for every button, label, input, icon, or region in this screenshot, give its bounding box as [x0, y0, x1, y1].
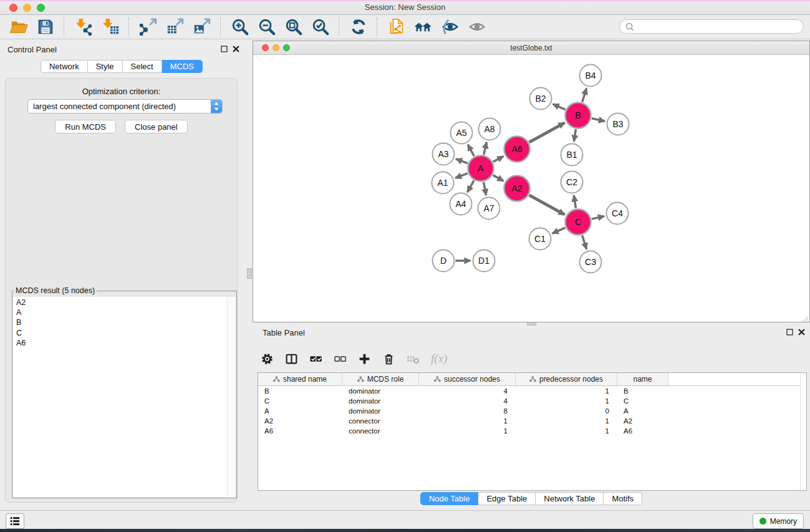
memory-button[interactable]: Memory — [753, 513, 804, 529]
table-cell[interactable]: A2 — [258, 416, 342, 426]
select-all-button[interactable] — [309, 352, 322, 365]
panel-list-button[interactable] — [6, 513, 24, 529]
graph-node-A7[interactable]: A7 — [478, 198, 500, 220]
graph-edge-B-B2[interactable] — [553, 104, 566, 110]
table-cell[interactable]: dominator — [342, 386, 419, 396]
tab-edge-table[interactable]: Edge Table — [478, 492, 536, 505]
scrollbar-track[interactable] — [227, 297, 236, 497]
mcds-result-item[interactable]: A2 — [16, 297, 233, 307]
graph-node-C1[interactable]: C1 — [529, 228, 551, 250]
table-cell[interactable]: C — [258, 396, 342, 406]
delete-row-button[interactable] — [382, 352, 395, 365]
tab-network[interactable]: Network — [41, 60, 88, 73]
tab-style[interactable]: Style — [88, 60, 123, 73]
tab-mcds[interactable]: MCDS — [162, 60, 203, 73]
export-network-button[interactable] — [135, 16, 162, 37]
tab-select[interactable]: Select — [123, 60, 162, 73]
table-cell[interactable]: A6 — [617, 426, 668, 436]
table-cell[interactable]: 1 — [516, 416, 617, 426]
graph-edge-C-C4[interactable] — [592, 216, 604, 219]
table-cell[interactable]: dominator — [342, 406, 419, 416]
tab-motifs[interactable]: Motifs — [604, 492, 642, 505]
graph-edge-C-C3[interactable] — [582, 235, 587, 249]
graph-node-D[interactable]: D — [433, 250, 455, 272]
graph-node-A[interactable]: A — [468, 156, 494, 181]
graph-edge-A6-B[interactable] — [529, 123, 565, 142]
graph-edge-A-A5[interactable] — [468, 145, 474, 156]
table-cell[interactable]: 1 — [516, 386, 617, 396]
column-header-mcds-role[interactable]: MCDS role — [342, 373, 419, 385]
run-mcds-button[interactable]: Run MCDS — [55, 120, 116, 133]
graph-edge-C-C2[interactable] — [574, 195, 576, 208]
table-cell[interactable]: 1 — [419, 416, 516, 426]
graph-node-B1[interactable]: B1 — [561, 144, 583, 166]
columns-button[interactable] — [284, 352, 298, 365]
graph-edge-A-A4[interactable] — [468, 181, 474, 193]
new-network-button[interactable] — [383, 16, 410, 37]
mcds-result-item[interactable]: A — [16, 307, 233, 317]
close-panel-icon[interactable] — [233, 46, 239, 52]
graph-edge-A-A8[interactable] — [484, 142, 486, 155]
column-header-successor-nodes[interactable]: successor nodes — [419, 373, 516, 385]
scrollbar-track[interactable] — [800, 373, 806, 490]
column-header-shared-name[interactable]: shared name — [258, 373, 342, 385]
table-row[interactable]: A6connector11A6 — [258, 426, 806, 436]
table-cell[interactable]: 0 — [516, 406, 617, 416]
close-panel-button[interactable]: Close panel — [125, 120, 188, 133]
zoom-in-button[interactable] — [226, 16, 253, 37]
table-cell[interactable]: 1 — [516, 396, 617, 406]
graph-node-D1[interactable]: D1 — [473, 250, 495, 272]
table-cell[interactable]: 1 — [419, 426, 516, 436]
home-button[interactable] — [410, 16, 436, 37]
float-panel-icon[interactable] — [221, 46, 228, 52]
window-resize-grip[interactable] — [801, 314, 809, 321]
refresh-button[interactable] — [345, 16, 372, 37]
graph-edge-B-B4[interactable] — [582, 89, 587, 102]
tab-node-table[interactable]: Node Table — [420, 492, 479, 505]
graph-node-A1[interactable]: A1 — [432, 172, 454, 194]
table-cell[interactable]: A — [258, 406, 342, 416]
split-divider-handle[interactable] — [247, 268, 252, 279]
table-cell[interactable]: B — [617, 386, 668, 396]
graph-node-C2[interactable]: C2 — [561, 172, 583, 193]
export-table-button[interactable] — [162, 16, 188, 37]
zoom-fit-button[interactable] — [280, 16, 307, 37]
graph-node-C[interactable]: C — [566, 210, 591, 235]
float-panel-icon[interactable] — [786, 329, 793, 336]
table-row[interactable]: Cdominator41C — [258, 396, 806, 406]
deselect-all-button[interactable] — [333, 352, 347, 365]
import-table-button[interactable] — [97, 16, 123, 37]
graph-node-B3[interactable]: B3 — [607, 114, 629, 135]
graph-node-A2[interactable]: A2 — [504, 176, 530, 201]
graph-node-C4[interactable]: C4 — [607, 203, 629, 225]
table-cell[interactable]: connector — [342, 426, 419, 436]
graph-edge-B-B3[interactable] — [592, 118, 605, 122]
table-cell[interactable]: 8 — [419, 406, 516, 416]
save-session-button[interactable] — [32, 16, 59, 37]
graph-edge-A-A1[interactable] — [455, 173, 468, 178]
column-header-name[interactable]: name — [617, 373, 668, 385]
table-row[interactable]: Bdominator41B — [258, 386, 806, 396]
zoom-selected-button[interactable] — [307, 16, 334, 37]
add-row-button[interactable] — [357, 352, 371, 365]
graph-node-C3[interactable]: C3 — [580, 251, 602, 273]
table-cell[interactable]: 1 — [516, 426, 617, 436]
graph-node-A5[interactable]: A5 — [451, 122, 473, 144]
graph-edge-C-C1[interactable] — [552, 228, 566, 233]
table-cell[interactable]: A6 — [258, 426, 342, 436]
mcds-result-item[interactable]: B — [16, 317, 233, 327]
search-box[interactable] — [619, 19, 804, 34]
mcds-result-item[interactable]: A6 — [16, 338, 233, 348]
graph-node-A6[interactable]: A6 — [504, 137, 530, 162]
graph-edge-A-A6[interactable] — [493, 157, 504, 162]
export-image-button[interactable] — [188, 16, 215, 37]
hide-eye-button[interactable] — [436, 16, 463, 37]
mcds-result-item[interactable]: C — [16, 328, 233, 338]
graph-node-B2[interactable]: B2 — [530, 88, 552, 110]
graph-node-B4[interactable]: B4 — [580, 65, 602, 87]
graph-edge-B-B1[interactable] — [574, 129, 576, 142]
tab-network-table[interactable]: Network Table — [536, 492, 604, 505]
column-header-predecessor-nodes[interactable]: predecessor nodes — [516, 373, 617, 385]
zoom-out-button[interactable] — [253, 16, 280, 37]
table-cell[interactable]: A — [617, 406, 668, 416]
